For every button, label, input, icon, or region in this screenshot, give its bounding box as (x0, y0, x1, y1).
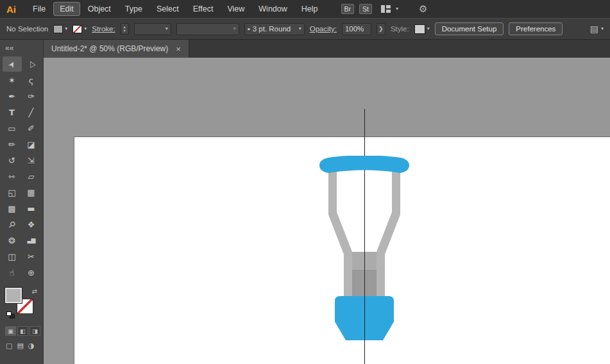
tool-grid: ➤▷✶ς✒✑T╱▭✐✏◪↺⇲⇿▱◱▦▩▬⚲❖❂▃▆◫✂☝⊕ (0, 56, 43, 280)
type-tool-icon: T (9, 108, 15, 117)
zoom-tool[interactable]: ⊕ (22, 265, 41, 280)
blend-tool[interactable]: ❖ (22, 217, 41, 232)
shape-builder-tool-icon: ◱ (8, 188, 15, 197)
preferences-button[interactable]: Preferences (509, 22, 563, 35)
style-swatch[interactable] (414, 24, 425, 34)
draw-behind-mode[interactable]: ◧ (17, 326, 28, 336)
slice-tool-icon: ✂ (28, 252, 35, 261)
chevron-down-icon[interactable]: ▾ (396, 6, 398, 12)
draw-normal-mode[interactable]: ▣ (5, 326, 16, 336)
mesh-tool[interactable]: ▩ (3, 201, 22, 216)
artboard-tool[interactable]: ◫ (3, 249, 22, 264)
scale-tool[interactable]: ⇲ (22, 153, 41, 168)
menu-item-effect[interactable]: Effect (187, 2, 220, 16)
gradient-tool[interactable]: ▬ (22, 201, 41, 216)
pencil-tool[interactable]: ✏ (3, 136, 22, 152)
fill-color-dropdown[interactable]: ▾ (53, 25, 67, 33)
lasso-tool[interactable]: ς (22, 72, 41, 88)
width-tool[interactable]: ⇿ (3, 169, 22, 184)
stock-button[interactable]: St (359, 4, 372, 14)
paintbrush-tool[interactable]: ✐ (22, 120, 41, 136)
crutch-artwork[interactable] (319, 156, 409, 342)
illustrator-logo: Ai (6, 4, 16, 15)
collapse-panel-button[interactable]: «« (0, 40, 43, 56)
chevron-down-icon[interactable]: ▾ (65, 26, 67, 31)
perspective-grid-tool[interactable]: ▦ (22, 185, 41, 200)
symbol-sprayer-tool[interactable]: ❂ (3, 233, 22, 248)
opacity-slider-button[interactable]: ❯ (377, 23, 385, 35)
pen-tool[interactable]: ✒ (3, 88, 22, 104)
panel-options-icon[interactable]: ▤ (590, 24, 598, 34)
menu-item-file[interactable]: File (26, 2, 52, 16)
direct-selection-tool[interactable]: ▷ (22, 56, 41, 72)
menu-item-select[interactable]: Select (150, 2, 185, 16)
eyedropper-tool-icon: ⚲ (7, 219, 17, 229)
stepper-down-icon[interactable]: ▾ (124, 29, 126, 33)
workspace-switcher-icon[interactable] (381, 5, 391, 13)
crutch-right-leg[interactable] (377, 167, 400, 297)
document-tab[interactable]: Untitled-2* @ 50% (RGB/Preview) × (44, 40, 189, 58)
stroke-panel-link[interactable]: Stroke: (92, 25, 115, 33)
hand-tool[interactable]: ☝ (3, 265, 22, 280)
gear-icon[interactable]: ⚙ (419, 3, 427, 15)
canvas[interactable] (44, 58, 610, 364)
rotate-tool-icon: ↺ (8, 156, 15, 165)
free-transform-tool[interactable]: ▱ (22, 169, 41, 184)
rectangle-tool-icon: ▭ (8, 124, 15, 133)
presentation-mode-icon[interactable]: ▤ (17, 342, 23, 350)
chevron-down-icon[interactable]: ▾ (84, 26, 87, 31)
menu-item-window[interactable]: Window (252, 2, 293, 16)
crutch-underarm-pad[interactable] (319, 156, 409, 173)
screen-mode-icon[interactable]: ▢ (6, 342, 12, 350)
stroke-none-swatch[interactable] (72, 25, 82, 33)
magic-wand-tool[interactable]: ✶ (3, 72, 22, 88)
stroke-color-dropdown[interactable]: ▾ (72, 25, 87, 33)
menu-bar-right: Br St ▾ ⚙ (341, 3, 428, 15)
menu-item-view[interactable]: View (221, 2, 251, 16)
menu-item-type[interactable]: Type (119, 2, 149, 16)
opacity-field[interactable]: 100% (342, 23, 371, 35)
default-fill-stroke-icon[interactable] (6, 311, 15, 318)
color-mode-icon[interactable]: ◑ (28, 342, 35, 350)
control-bar-right: ▤ ▾ (590, 24, 604, 34)
swap-fill-stroke-icon[interactable]: ⇄ (32, 288, 37, 295)
chevron-down-icon[interactable]: ▾ (601, 26, 604, 31)
shape-builder-tool[interactable]: ◱ (3, 185, 22, 200)
hand-tool-icon: ☝ (10, 269, 15, 277)
draw-inside-mode[interactable]: ◨ (30, 326, 40, 336)
paintbrush-tool-icon: ✐ (28, 124, 35, 133)
chevron-down-icon[interactable]: ▾ (165, 26, 168, 31)
scale-tool-icon: ⇲ (28, 156, 35, 165)
slice-tool[interactable]: ✂ (22, 249, 41, 264)
line-segment-tool[interactable]: ╱ (22, 104, 41, 120)
fill-indicator[interactable] (5, 288, 22, 303)
type-tool[interactable]: T (3, 104, 22, 120)
crutch-left-leg[interactable] (328, 167, 352, 297)
rectangle-tool[interactable]: ▭ (3, 120, 22, 136)
chevron-down-icon[interactable]: ▾ (299, 26, 301, 31)
eraser-tool[interactable]: ◪ (22, 136, 41, 152)
stroke-weight-combobox[interactable]: ▾ (134, 23, 171, 35)
stroke-weight-stepper[interactable]: ▴ ▾ (121, 23, 129, 35)
fill-swatch[interactable] (53, 25, 63, 33)
brush-definition-dropdown[interactable]: • 3 pt. Round ▾ (244, 23, 305, 35)
chevron-down-icon[interactable]: ▾ (427, 26, 430, 31)
selection-tool[interactable]: ➤ (3, 56, 22, 72)
curvature-tool[interactable]: ✑ (22, 88, 41, 104)
selection-status: No Selection (6, 25, 48, 33)
rotate-tool[interactable]: ↺ (3, 153, 22, 168)
opacity-panel-link[interactable]: Opacity: (310, 25, 337, 33)
menu-item-help[interactable]: Help (295, 2, 325, 16)
variable-width-profile-dropdown[interactable]: ▾ (176, 23, 239, 35)
graphic-style-dropdown[interactable]: ▾ (414, 24, 430, 34)
chevron-down-icon: ▾ (233, 26, 236, 31)
close-icon[interactable]: × (176, 45, 181, 53)
column-graph-tool[interactable]: ▃▆ (22, 233, 41, 248)
bridge-button[interactable]: Br (341, 4, 355, 14)
eyedropper-tool[interactable]: ⚲ (3, 217, 22, 232)
menu-item-object[interactable]: Object (81, 2, 117, 16)
menu-item-edit[interactable]: Edit (53, 2, 80, 16)
magic-wand-tool-icon: ✶ (8, 76, 15, 85)
mesh-tool-icon: ▩ (8, 204, 15, 213)
document-setup-button[interactable]: Document Setup (435, 22, 504, 35)
